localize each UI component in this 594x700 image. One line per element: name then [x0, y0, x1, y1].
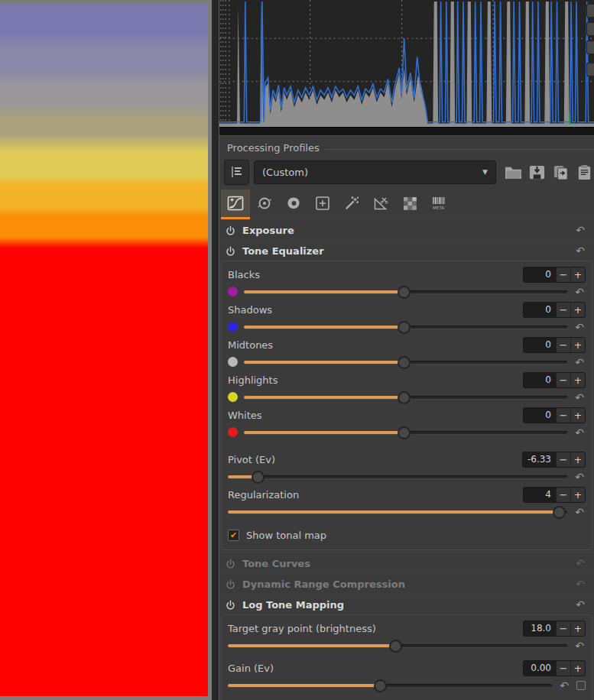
- histogram-option-button-1[interactable]: [586, 4, 594, 18]
- histogram-option-button-4[interactable]: [586, 63, 594, 76]
- reset-icon[interactable]: ↶: [574, 225, 586, 235]
- value-field[interactable]: 0: [524, 303, 556, 317]
- value-field[interactable]: 0: [524, 338, 556, 352]
- increment-button[interactable]: +: [570, 408, 585, 423]
- save-profile-button[interactable]: [527, 162, 547, 182]
- histogram-option-button-3[interactable]: [586, 41, 594, 54]
- increment-button[interactable]: +: [570, 373, 585, 387]
- reset-icon[interactable]: ↶: [574, 578, 586, 589]
- reset-icon[interactable]: ↶: [573, 392, 586, 403]
- histogram[interactable]: [219, 0, 594, 136]
- tab-detail[interactable]: [250, 190, 279, 219]
- section-tone-equalizer[interactable]: Tone Equalizer ↶: [219, 240, 594, 261]
- increment-button[interactable]: +: [570, 303, 585, 317]
- section-title[interactable]: Log Tone Mapping: [242, 599, 344, 611]
- value-spinbox[interactable]: -6.33 − +: [522, 452, 586, 468]
- power-icon[interactable]: [226, 579, 235, 589]
- reset-icon[interactable]: ↶: [573, 640, 586, 651]
- value-field[interactable]: 0: [524, 408, 556, 423]
- increment-button[interactable]: +: [570, 488, 585, 502]
- decrement-button[interactable]: −: [556, 267, 570, 282]
- value-spinbox[interactable]: 4 − +: [523, 487, 586, 503]
- decrement-button[interactable]: −: [556, 488, 570, 502]
- slider-knob[interactable]: [398, 391, 411, 404]
- value-spinbox[interactable]: 0 − +: [523, 407, 586, 423]
- tab-transform[interactable]: [308, 190, 337, 219]
- reset-icon[interactable]: ↶: [573, 357, 586, 368]
- slider-knob[interactable]: [398, 356, 411, 369]
- power-icon[interactable]: [226, 559, 235, 569]
- show-tonal-map-row[interactable]: ✔ Show tonal map: [228, 527, 586, 543]
- value-field[interactable]: 18.0: [524, 621, 556, 636]
- value-spinbox[interactable]: 0 − +: [523, 372, 586, 388]
- reset-icon[interactable]: ↶: [573, 472, 586, 482]
- decrement-button[interactable]: −: [556, 408, 570, 423]
- reset-icon[interactable]: ↶: [574, 599, 586, 610]
- section-tone-curves[interactable]: Tone Curves ↶: [219, 553, 594, 573]
- increment-button[interactable]: +: [570, 338, 585, 352]
- power-icon[interactable]: [226, 600, 235, 610]
- slider-knob[interactable]: [553, 506, 566, 519]
- reset-icon[interactable]: ↶: [574, 558, 586, 569]
- value-spinbox[interactable]: 0 − +: [523, 302, 586, 318]
- value-field[interactable]: 0.00: [524, 661, 556, 676]
- slider-track[interactable]: [244, 396, 567, 399]
- tab-metadata[interactable]: META: [424, 190, 453, 219]
- value-field[interactable]: 0: [524, 267, 556, 282]
- section-exposure[interactable]: Exposure ↶: [219, 219, 594, 240]
- decrement-button[interactable]: −: [556, 338, 570, 352]
- value-spinbox[interactable]: 0 − +: [523, 337, 586, 353]
- copy-profile-button[interactable]: [550, 162, 570, 182]
- value-field[interactable]: -6.33: [523, 452, 556, 467]
- power-icon[interactable]: [226, 246, 235, 256]
- value-spinbox[interactable]: 0 − +: [523, 267, 586, 283]
- reset-icon[interactable]: ↶: [573, 507, 586, 517]
- tab-exposure[interactable]: [221, 190, 250, 219]
- slider-track[interactable]: [228, 475, 567, 478]
- tab-local-editing[interactable]: [337, 190, 366, 219]
- increment-button[interactable]: +: [570, 621, 585, 636]
- tab-crop-resize[interactable]: [366, 190, 395, 219]
- slider-knob[interactable]: [389, 640, 402, 653]
- show-tonal-map-label[interactable]: Show tonal map: [246, 530, 326, 541]
- slider-knob[interactable]: [374, 679, 387, 692]
- section-title[interactable]: Exposure: [242, 225, 294, 236]
- histogram-option-button-2[interactable]: [586, 22, 594, 36]
- value-field[interactable]: 0: [524, 373, 556, 387]
- slider-knob[interactable]: [252, 471, 265, 484]
- auto-gain-checkbox[interactable]: [576, 681, 586, 690]
- slider-track[interactable]: [244, 326, 567, 329]
- power-icon[interactable]: [226, 225, 235, 235]
- slider-track[interactable]: [228, 684, 552, 687]
- decrement-button[interactable]: −: [556, 303, 570, 317]
- reset-icon[interactable]: ↶: [558, 680, 570, 691]
- slider-knob[interactable]: [398, 321, 411, 334]
- decrement-button[interactable]: −: [556, 452, 570, 467]
- section-title[interactable]: Tone Curves: [242, 558, 310, 569]
- decrement-button[interactable]: −: [556, 621, 570, 636]
- decrement-button[interactable]: −: [556, 661, 570, 676]
- value-spinbox[interactable]: 0.00 − +: [523, 660, 586, 676]
- reset-icon[interactable]: ↶: [573, 287, 586, 297]
- reset-icon[interactable]: ↶: [573, 427, 586, 438]
- reset-icon[interactable]: ↶: [573, 322, 586, 332]
- slider-knob[interactable]: [398, 426, 411, 439]
- value-field[interactable]: 4: [524, 488, 556, 502]
- value-spinbox[interactable]: 18.0 − +: [523, 621, 586, 637]
- slider-track[interactable]: [244, 290, 567, 293]
- section-title[interactable]: Dynamic Range Compression: [242, 578, 405, 590]
- increment-button[interactable]: +: [570, 661, 585, 676]
- section-dynamic-range-compression[interactable]: Dynamic Range Compression ↶: [219, 573, 594, 594]
- increment-button[interactable]: +: [570, 452, 585, 467]
- tab-raw[interactable]: [395, 190, 424, 219]
- section-log-tone-mapping[interactable]: Log Tone Mapping ↶: [219, 594, 594, 614]
- profile-list-button[interactable]: [224, 160, 249, 185]
- section-title[interactable]: Tone Equalizer: [242, 245, 324, 257]
- tab-color[interactable]: [279, 190, 308, 219]
- load-profile-button[interactable]: [503, 162, 523, 182]
- increment-button[interactable]: +: [570, 267, 585, 282]
- slider-knob[interactable]: [398, 286, 411, 299]
- decrement-button[interactable]: −: [556, 373, 570, 387]
- slider-track[interactable]: [228, 644, 567, 647]
- show-tonal-map-checkbox[interactable]: ✔: [228, 530, 239, 541]
